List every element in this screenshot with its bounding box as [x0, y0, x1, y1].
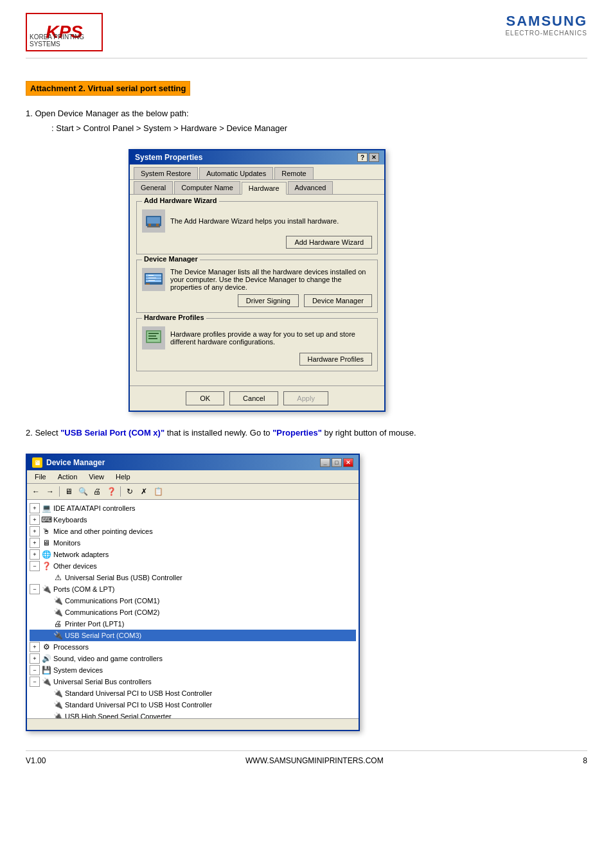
dialog-content: Add Hardware Wizard The Add Hardware Wiz…: [130, 195, 384, 383]
expand-other[interactable]: −: [30, 561, 40, 571]
tree-com2[interactable]: 🔌 Communications Port (COM2): [30, 607, 356, 618]
dialog-titlebar-buttons: ? ✕: [357, 153, 379, 162]
com1-icon: 🔌: [53, 596, 63, 606]
menu-action[interactable]: Action: [53, 472, 83, 482]
tree-keyboards[interactable]: + ⌨ Keyboards: [30, 514, 356, 526]
tree-usb-highspeed[interactable]: 🔌 USB High Speed Serial Converter: [30, 711, 356, 718]
forward-button[interactable]: →: [44, 485, 57, 498]
hardware-profiles-desc: Hardware profiles provide a way for you …: [170, 330, 372, 346]
menu-view[interactable]: View: [84, 472, 109, 482]
tree-system[interactable]: − 💾 System devices: [30, 664, 356, 676]
close-window-button[interactable]: ✕: [343, 458, 353, 467]
network-icon: 🌐: [41, 549, 51, 560]
tree-com1[interactable]: 🔌 Communications Port (COM1): [30, 595, 356, 607]
properties-button[interactable]: 🖥: [62, 485, 75, 498]
tab-advanced[interactable]: Advanced: [288, 181, 333, 194]
expand-monitors[interactable]: +: [30, 538, 40, 548]
usb-highspeed-icon: 🔌: [53, 711, 63, 718]
tree-other[interactable]: − ❓ Other devices: [30, 560, 356, 572]
monitors-icon: 🖥: [41, 538, 51, 548]
expand-usb-controllers[interactable]: −: [30, 677, 40, 687]
kps-logo: KPS KOREA PRINTING SYSTEMS: [26, 13, 103, 51]
menu-file[interactable]: File: [30, 472, 51, 482]
samsung-logo: SAMSUNG ELECTRO-MECHANICS: [505, 13, 587, 37]
tree-monitors[interactable]: + 🖥 Monitors: [30, 537, 356, 549]
cancel-button[interactable]: Cancel: [229, 391, 278, 405]
toolbar-sep1: [59, 486, 60, 497]
tree-sound[interactable]: + 🔊 Sound, video and game controllers: [30, 653, 356, 664]
svg-rect-7: [146, 283, 150, 285]
tree-ide[interactable]: + 💻 IDE ATA/ATAPI controllers: [30, 502, 356, 514]
add-hardware-desc: The Add Hardware Wizard helps you instal…: [170, 217, 372, 225]
print-button[interactable]: 🖨: [91, 485, 103, 498]
tree-mice[interactable]: + 🖱 Mice and other pointing devices: [30, 526, 356, 537]
ok-button[interactable]: OK: [186, 391, 224, 405]
minimize-button[interactable]: _: [320, 458, 330, 467]
expand-ide[interactable]: +: [30, 503, 40, 513]
update-button[interactable]: ↻: [123, 485, 136, 498]
device-manager-icon: [142, 268, 165, 291]
svg-rect-1: [147, 217, 160, 224]
attachment-title: Attachment 2. Virtual serial port settin…: [26, 71, 587, 109]
expand-system[interactable]: −: [30, 665, 40, 675]
tree-network[interactable]: + 🌐 Network adapters: [30, 549, 356, 560]
add-hardware-wizard-button[interactable]: Add Hardware Wizard: [286, 236, 372, 249]
hardware-profiles-label: Hardware Profiles: [142, 314, 206, 321]
tree-lpt1[interactable]: 🖨 Printer Port (LPT1): [30, 618, 356, 630]
tab-remote[interactable]: Remote: [274, 167, 314, 179]
footer-version: V1.00: [26, 756, 46, 765]
tab-computer-name[interactable]: Computer Name: [174, 181, 240, 194]
step2-text: 2. Select "USB Serial Port (COM x)" that…: [26, 428, 587, 438]
tree-ports[interactable]: − 🔌 Ports (COM & LPT): [30, 583, 356, 595]
uninstall-button[interactable]: ✗: [138, 485, 150, 498]
expand-mice[interactable]: +: [30, 526, 40, 536]
device-manager-label: Device Manager: [142, 255, 200, 263]
svg-rect-4: [147, 226, 160, 227]
apply-button[interactable]: Apply: [283, 391, 328, 405]
device-manager-button[interactable]: Device Manager: [304, 294, 372, 307]
tree-processors[interactable]: + ⚙ Processors: [30, 641, 356, 653]
driver-signing-button[interactable]: Driver Signing: [238, 294, 299, 307]
hardware-profiles-button[interactable]: Hardware Profiles: [299, 353, 372, 366]
help-icon-button[interactable]: ❓: [105, 485, 118, 498]
tree-pci-usb1[interactable]: 🔌 Standard Universal PCI to USB Host Con…: [30, 687, 356, 699]
tab-general[interactable]: General: [134, 181, 173, 194]
scan-button[interactable]: 🔍: [76, 485, 89, 498]
tree-pci-usb2[interactable]: 🔌 Standard Universal PCI to USB Host Con…: [30, 699, 356, 711]
close-button[interactable]: ✕: [369, 153, 379, 162]
svg-rect-2: [148, 224, 151, 226]
step1: 1. Open Device Manager as the below path…: [26, 109, 587, 133]
expand-ports[interactable]: −: [30, 584, 40, 594]
tab-system-restore[interactable]: System Restore: [134, 167, 198, 179]
back-button[interactable]: ←: [30, 485, 42, 498]
menu-help[interactable]: Help: [111, 472, 136, 482]
usb-controllers-icon: 🔌: [41, 677, 51, 687]
devmgr-window-buttons: _ □ ✕: [320, 458, 353, 467]
svg-rect-15: [148, 333, 159, 334]
expand-network[interactable]: +: [30, 549, 40, 560]
tree-usb-serial[interactable]: 🔌 USB Serial Port (COM3): [30, 630, 356, 641]
footer-page: 8: [583, 756, 587, 765]
tabs-row2: General Computer Name Hardware Advanced: [130, 180, 384, 195]
device-tree[interactable]: + 💻 IDE ATA/ATAPI controllers + ⌨ Keyboa…: [27, 500, 359, 718]
pci-usb2-icon: 🔌: [53, 700, 63, 710]
add-hardware-section: Add Hardware Wizard The Add Hardware Wiz…: [136, 201, 378, 254]
step1-sub: : Start > Control Panel > System > Hardw…: [51, 123, 587, 133]
expand-sound[interactable]: +: [30, 653, 40, 664]
device-manager-window: 🖥 Device Manager _ □ ✕ File Action View …: [26, 454, 360, 731]
tab-hardware[interactable]: Hardware: [242, 182, 287, 195]
expand-processors[interactable]: +: [30, 642, 40, 652]
tree-usb-controllers[interactable]: − 🔌 Universal Serial Bus controllers: [30, 676, 356, 687]
devmgr-titlebar: 🖥 Device Manager _ □ ✕: [27, 455, 359, 470]
help-button[interactable]: ?: [357, 153, 368, 162]
tree-usb-controller[interactable]: ⚠ Universal Serial Bus (USB) Controller: [30, 572, 356, 583]
devmgr-icon: 🖥: [32, 457, 42, 468]
dialog-title: System Properties: [135, 153, 202, 162]
expand-keyboards[interactable]: +: [30, 515, 40, 525]
step2: 2. Select "USB Serial Port (COM x)" that…: [26, 428, 587, 438]
svg-rect-10: [148, 275, 154, 276]
tab-automatic-updates[interactable]: Automatic Updates: [199, 167, 273, 179]
maximize-button[interactable]: □: [332, 458, 342, 467]
ide-icon: 💻: [41, 503, 51, 513]
resources-button[interactable]: 📋: [152, 485, 164, 498]
